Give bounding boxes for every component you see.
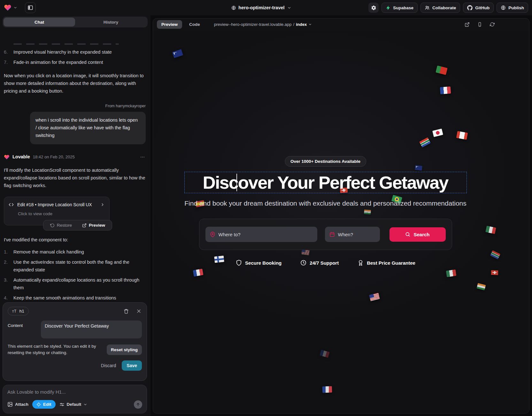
close-icon [136, 309, 141, 314]
text-caret [236, 174, 237, 191]
hero-subtitle: Find and book your dream destination wit… [169, 200, 482, 207]
assistant-paragraph: I've modified the component to: [4, 236, 146, 244]
external-link-icon [82, 223, 87, 228]
edit-card-subtitle: Click to view code [18, 210, 105, 217]
edit-card-title: Edit #18 • Improve Location Scroll UX [17, 201, 92, 208]
restore-button[interactable]: Restore [48, 223, 74, 228]
assistant-list-top: 6.Improved visual hierarchy in the expan… [4, 49, 146, 66]
element-tag-pill[interactable]: тT h1 [8, 307, 29, 315]
refresh-icon [490, 22, 495, 27]
image-attach-icon [7, 402, 13, 407]
restore-icon [50, 223, 55, 228]
chat-history-tabs: Chat History [3, 17, 148, 27]
award-icon [357, 260, 364, 266]
target-icon [36, 402, 41, 407]
close-panel-button[interactable] [136, 308, 142, 314]
github-button[interactable]: GitHub [463, 3, 494, 13]
assistant-timestamp: 18:42 on Feb 20, 2025 [33, 154, 75, 160]
app-header: hero-optimizer-travel Supabase Collabora… [0, 0, 532, 15]
edit-mode-button[interactable]: Edit [32, 400, 56, 409]
chevron-down-icon[interactable] [13, 6, 17, 10]
calendar-icon [329, 232, 335, 237]
collaborate-button[interactable]: Collaborate [420, 3, 460, 13]
element-tag-label: h1 [19, 309, 24, 314]
code-icon [9, 202, 14, 207]
list-item: 4.Keep the same smooth animations and tr… [4, 294, 146, 302]
edit-version-card[interactable]: Edit #18 • Improve Location Scroll UX Cl… [4, 197, 110, 225]
hero-section: Over 1000+ Destinations Available Discov… [153, 30, 529, 413]
restore-preview-pill: Restore Preview [43, 220, 112, 231]
preview-toolbar: Preview Code preview--hero-optimizer-tra… [153, 19, 529, 30]
delete-element-button[interactable] [123, 308, 129, 314]
publish-button[interactable]: Publish [497, 3, 528, 13]
assistant-header: Lovable 18:42 on Feb 20, 2025 [4, 153, 146, 161]
sidebar-toggle-button[interactable] [25, 2, 36, 13]
preview-url[interactable]: preview--hero-optimizer-travel.lovable.a… [214, 22, 312, 27]
list-item: 2.Use the activeIndex state to control b… [4, 259, 146, 274]
tab-code[interactable]: Code [187, 22, 202, 27]
content-label: Content [8, 321, 41, 338]
tab-history[interactable]: History [75, 18, 147, 26]
sliders-icon [59, 402, 65, 407]
chat-composer[interactable]: Ask Lovable to modify H1... Attach Edit … [3, 385, 147, 413]
message-menu-button[interactable] [139, 154, 146, 160]
open-in-new-tab-button[interactable] [465, 22, 470, 27]
type-icon: тT [12, 309, 17, 314]
refresh-button[interactable] [490, 22, 495, 27]
clock-icon [300, 260, 306, 266]
search-card: Where to? When? Search [199, 219, 452, 250]
save-button[interactable]: Save [122, 360, 142, 371]
gear-icon [371, 5, 376, 11]
list-item: 3.Automatically expand/collapse location… [4, 276, 146, 292]
hero-title: Discover Your Perfect Getaway [203, 172, 448, 193]
when-input[interactable]: When? [325, 227, 380, 242]
selected-h1-element[interactable]: Discover Your Perfect Getaway [184, 172, 467, 193]
globe-icon [501, 5, 506, 10]
feature-price-guarantee: Best Price Guarantee [357, 260, 415, 266]
list-item: 6.Improved visual hierarchy in the expan… [4, 49, 146, 56]
preview-version-button[interactable]: Preview [80, 223, 107, 228]
reset-styling-button[interactable]: Reset styling [107, 344, 142, 355]
chevron-down-icon [287, 6, 291, 10]
assistant-paragraph: Now when you click on a location image, … [4, 72, 146, 95]
chevron-down-icon [83, 403, 87, 406]
chevron-down-icon [308, 23, 312, 26]
chevron-right-icon [100, 202, 105, 207]
feature-secure-booking: Secure Booking [235, 260, 281, 266]
list-item: 7.Fade-in animation for the expanded con… [4, 59, 146, 66]
content-textarea[interactable]: Discover Your Perfect Getaway [41, 321, 142, 338]
github-icon [467, 5, 473, 11]
trash-icon [124, 309, 129, 314]
trust-features: Secure Booking 24/7 Support Best Price G… [235, 260, 415, 266]
external-link-icon [465, 22, 470, 27]
list-item: 1.Remove the manual click handling [4, 248, 146, 256]
panel-left-icon [27, 5, 33, 11]
styling-note: This element can't be styled. You can ed… [8, 343, 103, 356]
supabase-icon [386, 5, 390, 10]
supabase-button[interactable]: Supabase [382, 3, 418, 13]
composer-input[interactable]: Ask Lovable to modify H1... [7, 389, 142, 395]
settings-button[interactable] [368, 3, 379, 13]
mobile-view-button[interactable] [477, 22, 482, 27]
element-editor-panel: тT h1 Content Discover Your Perfect Geta… [3, 302, 147, 381]
attach-button[interactable]: Attach [7, 402, 28, 407]
people-icon [425, 5, 430, 10]
preview-frame: Preview Code preview--hero-optimizer-tra… [150, 15, 532, 416]
model-default-button[interactable]: Default [59, 402, 88, 407]
user-message-bubble: when i scroll into the individual locati… [30, 112, 146, 144]
mobile-icon [477, 22, 482, 27]
from-label: From harrymckayroper [4, 103, 146, 110]
ellipsis-icon [140, 155, 145, 160]
lovable-logo[interactable] [4, 4, 12, 11]
tab-chat[interactable]: Chat [4, 18, 75, 26]
send-button[interactable] [134, 400, 142, 409]
discard-button[interactable]: Discard [98, 360, 119, 371]
map-pin-icon [210, 232, 215, 237]
preview-pane: Preview Code preview--hero-optimizer-tra… [153, 18, 529, 413]
project-switcher[interactable]: hero-optimizer-travel [231, 5, 291, 10]
where-to-input[interactable]: Where to? [205, 227, 317, 242]
search-button[interactable]: Search [389, 227, 446, 242]
cropped-text-line [13, 43, 119, 45]
tab-preview[interactable]: Preview [157, 20, 182, 29]
chat-messages[interactable]: 6.Improved visual hierarchy in the expan… [0, 43, 150, 302]
